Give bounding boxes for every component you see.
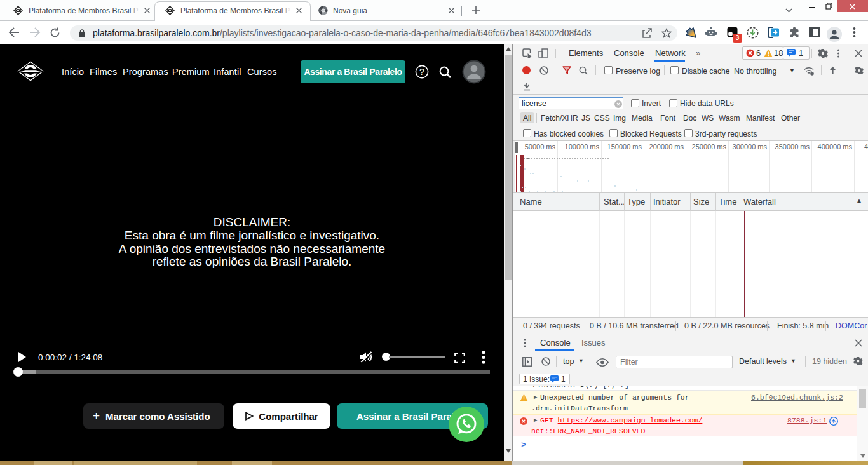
svg-text:?: ? bbox=[419, 67, 424, 77]
